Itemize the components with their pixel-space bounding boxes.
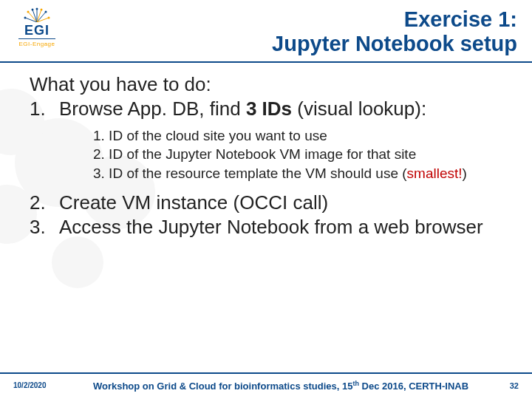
footer-text: Workshop on Grid & Cloud for bioinformat… <box>65 380 497 392</box>
svg-point-7 <box>36 8 38 10</box>
slide-header: EGI EGI-Engage Exercise 1: Jupyter Noteb… <box>0 0 532 63</box>
item-number: 3. <box>30 215 59 240</box>
slide-body: What you have to do: 1.Browse App. DB, f… <box>0 63 532 241</box>
egi-logo: EGI EGI-Engage <box>10 7 64 50</box>
sub3-c: ) <box>463 166 467 181</box>
logo-subtext: EGI-Engage <box>18 38 55 47</box>
sunburst-icon <box>24 7 50 22</box>
item-number: 1. <box>30 98 59 120</box>
footer-text-b: Dec 2016, CERTH-INAB <box>359 381 468 392</box>
slide-footer: 10/2/2020 Workshop on Grid & Cloud for b… <box>0 372 532 399</box>
svg-point-13 <box>41 9 43 11</box>
item-text-bold: 3 IDs <box>246 98 292 120</box>
logo-text: EGI <box>24 24 50 37</box>
sub-item-1: 1. ID of the cloud site you want to use <box>93 126 502 146</box>
list-rest: 2. Create VM instance (OCCI call) 3. Acc… <box>30 191 502 241</box>
list-item-1: 1.Browse App. DB, find 3 IDs (visual loo… <box>30 98 502 120</box>
slide-title: Exercise 1: Jupyter Notebook setup <box>69 7 517 57</box>
svg-point-8 <box>27 11 30 13</box>
svg-point-11 <box>48 17 50 19</box>
footer-sup: th <box>352 380 359 387</box>
title-line-1: Exercise 1: <box>69 7 517 32</box>
list-item-2: 2. Create VM instance (OCCI call) <box>30 191 502 216</box>
sub3-highlight: smallest! <box>407 166 463 181</box>
sub3-a: 3. ID of the resource template the VM sh… <box>93 166 407 181</box>
item-text-a: Browse App. DB, find <box>59 98 246 120</box>
svg-point-12 <box>32 9 34 11</box>
item-text-c: (visual lookup): <box>292 98 426 120</box>
lead-text: What you have to do: <box>30 73 502 96</box>
svg-point-10 <box>24 17 27 19</box>
page-number: 32 <box>497 381 519 390</box>
item-text: Create VM instance (OCCI call) <box>59 191 328 216</box>
svg-point-9 <box>45 11 47 13</box>
svg-line-6 <box>37 10 41 22</box>
sublist: 1. ID of the cloud site you want to use … <box>93 126 502 183</box>
svg-line-5 <box>33 10 37 22</box>
footer-date: 10/2/2020 <box>13 381 65 389</box>
title-line-2: Jupyter Notebook setup <box>69 32 517 56</box>
list-item-3: 3. Access the Jupyter Notebook from a we… <box>30 215 502 240</box>
sub-item-2: 2. ID of the Jupyter Notebook VM image f… <box>93 145 502 164</box>
sub-item-3: 3. ID of the resource template the VM sh… <box>93 164 502 183</box>
footer-text-a: Workshop on Grid & Cloud for bioinformat… <box>93 381 353 392</box>
item-text: Access the Jupyter Notebook from a web b… <box>59 215 483 240</box>
item-number: 2. <box>30 191 59 216</box>
